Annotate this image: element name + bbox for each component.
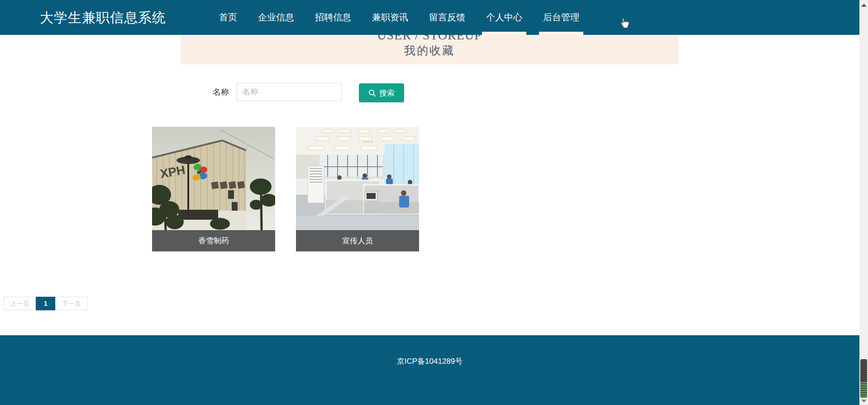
scrollbar-thumb-stripes bbox=[860, 359, 867, 382]
favorite-card[interactable]: 宣传人员 bbox=[296, 127, 419, 251]
next-page-button[interactable]: 下一页 bbox=[55, 297, 88, 310]
banner-subtitle: USER / STOREUP bbox=[181, 35, 678, 43]
search-field-label: 名称 bbox=[213, 83, 229, 101]
search-input[interactable] bbox=[237, 83, 342, 101]
nav-item-personal-center[interactable]: 个人中心 bbox=[482, 0, 526, 35]
favorite-card-title: 宣传人员 bbox=[296, 230, 419, 251]
search-button-label: 搜索 bbox=[379, 88, 395, 98]
current-page-button[interactable]: 1 bbox=[36, 297, 56, 310]
page-banner: USER / STOREUP 我的收藏 bbox=[181, 35, 678, 64]
page: 大学生兼职信息系统 首页 企业信息 招聘信息 兼职资讯 留言反馈 个人中心 后台… bbox=[0, 0, 868, 405]
search-button[interactable]: 搜索 bbox=[359, 83, 404, 102]
page-title: 我的收藏 bbox=[181, 43, 678, 58]
favorites-grid: XPH bbox=[152, 127, 419, 251]
navbar: 大学生兼职信息系统 首页 企业信息 招聘信息 兼职资讯 留言反馈 个人中心 后台… bbox=[0, 0, 859, 35]
nav-item-home[interactable]: 首页 bbox=[215, 0, 241, 35]
nav-item-recruit-info[interactable]: 招聘信息 bbox=[311, 0, 355, 35]
vertical-scrollbar bbox=[859, 0, 868, 405]
search-icon bbox=[368, 89, 376, 97]
nav-item-admin[interactable]: 后台管理 bbox=[539, 0, 583, 35]
favorite-card[interactable]: XPH bbox=[152, 127, 275, 251]
prev-page-button[interactable]: 上一页 bbox=[4, 297, 36, 310]
building-photo: XPH bbox=[152, 127, 275, 230]
nav-item-parttime-news[interactable]: 兼职资讯 bbox=[368, 0, 412, 35]
footer: 京ICP备1041289号 bbox=[0, 335, 859, 405]
scrollbar-thumb[interactable] bbox=[860, 359, 867, 398]
nav-item-enterprise-info[interactable]: 企业信息 bbox=[254, 0, 298, 35]
office-cubicles-photo bbox=[296, 127, 419, 230]
scrollbar-thumb-green-stripes bbox=[860, 382, 867, 398]
pagination: 上一页 1 下一页 bbox=[4, 297, 88, 310]
icp-record-number: 京ICP备1041289号 bbox=[0, 335, 859, 366]
favorite-card-title: 香雪制药 bbox=[152, 230, 275, 251]
main-nav: 首页 企业信息 招聘信息 兼职资讯 留言反馈 个人中心 后台管理 bbox=[215, 0, 583, 35]
site-title[interactable]: 大学生兼职信息系统 bbox=[40, 0, 166, 35]
nav-item-feedback[interactable]: 留言反馈 bbox=[425, 0, 469, 35]
scroll-up-icon[interactable] bbox=[861, 4, 867, 7]
scroll-down-icon[interactable] bbox=[861, 400, 867, 403]
